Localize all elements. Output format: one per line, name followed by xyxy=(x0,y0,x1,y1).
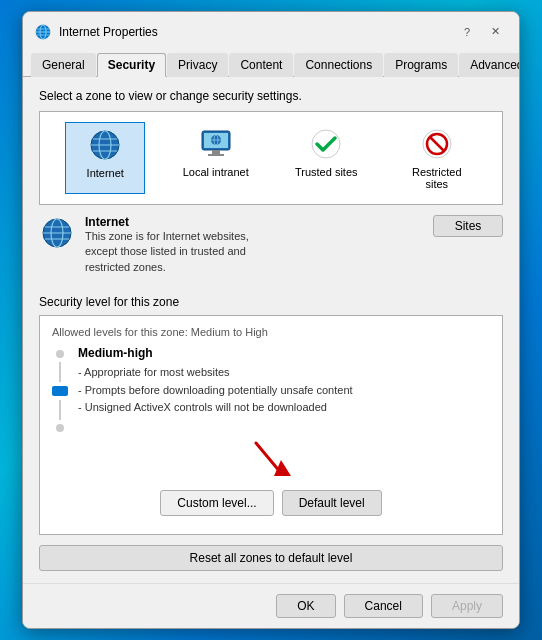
dialog-footer: OK Cancel Apply xyxy=(23,583,519,628)
level-container: Medium-high - Appropriate for most websi… xyxy=(52,346,490,432)
zone-trusted[interactable]: Trusted sites xyxy=(286,122,366,194)
zone-info-desc: This zone is for Internet websites, exce… xyxy=(85,229,271,275)
zone-restricted[interactable]: Restricted sites xyxy=(397,122,477,194)
zone-internet-label: Internet xyxy=(87,167,124,179)
apply-button[interactable]: Apply xyxy=(431,594,503,618)
svg-line-26 xyxy=(256,443,281,473)
level-buttons-row: Custom level... Default level xyxy=(52,490,490,516)
cancel-button[interactable]: Cancel xyxy=(344,594,423,618)
reset-all-zones-button[interactable]: Reset all zones to default level xyxy=(39,545,503,571)
tab-advanced[interactable]: Advanced xyxy=(459,53,520,77)
level-details: Medium-high - Appropriate for most websi… xyxy=(78,346,490,417)
zone-info-text: Internet This zone is for Internet websi… xyxy=(85,215,271,275)
zone-info-icon xyxy=(39,215,75,251)
zone-info-row: Internet This zone is for Internet websi… xyxy=(39,215,503,285)
tab-general[interactable]: General xyxy=(31,53,96,77)
allowed-label: Allowed levels for this zone: Medium to … xyxy=(52,326,490,338)
block-icon xyxy=(419,126,455,162)
arrow-container xyxy=(52,438,490,488)
sites-btn-container: Sites xyxy=(271,215,503,237)
level-bullet-2: - Prompts before downloading potentially… xyxy=(78,382,490,400)
svg-rect-12 xyxy=(212,150,220,154)
monitor-icon xyxy=(198,126,234,162)
slider-mark-high xyxy=(56,350,64,358)
title-bar: Internet Properties ? ✕ xyxy=(23,12,519,48)
content-area: Select a zone to view or change security… xyxy=(23,77,519,583)
slider-thumb xyxy=(52,386,68,396)
internet-properties-window: Internet Properties ? ✕ General Security… xyxy=(22,11,520,629)
window-icon xyxy=(35,24,51,40)
tab-content[interactable]: Content xyxy=(229,53,293,77)
tabs-bar: General Security Privacy Content Connect… xyxy=(23,48,519,77)
tab-connections[interactable]: Connections xyxy=(294,53,383,77)
zone-info-box: Internet This zone is for Internet websi… xyxy=(39,215,271,275)
help-button[interactable]: ? xyxy=(455,20,479,44)
default-level-button[interactable]: Default level xyxy=(282,490,382,516)
sites-button[interactable]: Sites xyxy=(433,215,503,237)
title-bar-controls: ? ✕ xyxy=(455,20,507,44)
security-level-label: Security level for this zone xyxy=(39,295,503,309)
svg-rect-13 xyxy=(208,154,224,156)
security-slider[interactable] xyxy=(52,350,68,432)
window-title: Internet Properties xyxy=(59,25,455,39)
zone-restricted-label: Restricted sites xyxy=(403,166,471,190)
zone-internet[interactable]: Internet xyxy=(65,122,145,194)
zone-select-label: Select a zone to view or change security… xyxy=(39,89,503,103)
globe-icon xyxy=(87,127,123,163)
custom-level-button[interactable]: Custom level... xyxy=(160,490,273,516)
red-arrow-icon xyxy=(246,438,296,488)
zone-trusted-label: Trusted sites xyxy=(295,166,358,178)
tab-privacy[interactable]: Privacy xyxy=(167,53,228,77)
level-bullet-1: - Appropriate for most websites xyxy=(78,364,490,382)
zone-local-intranet[interactable]: Local intranet xyxy=(176,122,256,194)
slider-line-1 xyxy=(59,362,61,382)
zones-container: Internet Local intranet xyxy=(39,111,503,205)
zone-info-title: Internet xyxy=(85,215,271,229)
zone-local-intranet-label: Local intranet xyxy=(183,166,249,178)
level-title: Medium-high xyxy=(78,346,490,360)
ok-button[interactable]: OK xyxy=(276,594,335,618)
slider-mark-low xyxy=(56,424,64,432)
level-desc: - Appropriate for most websites - Prompt… xyxy=(78,364,490,417)
slider-line-2 xyxy=(59,400,61,420)
close-button[interactable]: ✕ xyxy=(483,20,507,44)
security-level-box: Allowed levels for this zone: Medium to … xyxy=(39,315,503,535)
tab-security[interactable]: Security xyxy=(97,53,166,77)
tab-programs[interactable]: Programs xyxy=(384,53,458,77)
level-bullet-3: - Unsigned ActiveX controls will not be … xyxy=(78,399,490,417)
check-icon xyxy=(308,126,344,162)
